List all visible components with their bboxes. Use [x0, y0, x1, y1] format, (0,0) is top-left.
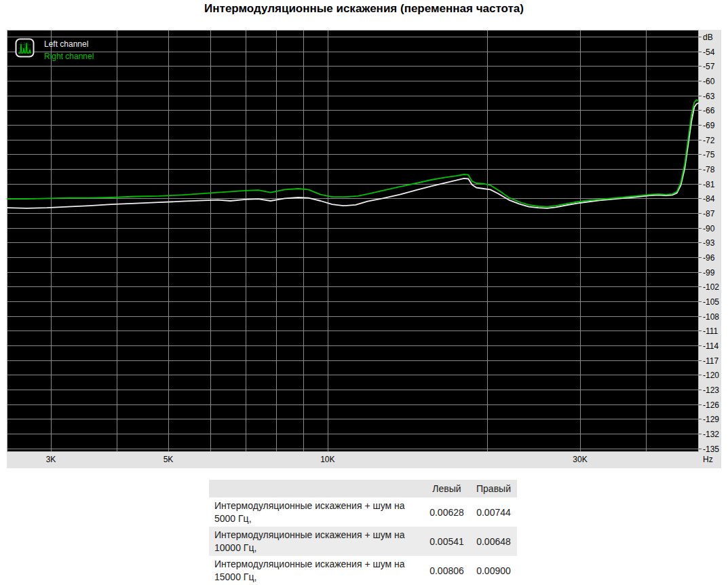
left-value: 0.00806	[423, 556, 470, 585]
svg-text:5K: 5K	[164, 455, 174, 464]
svg-text:Hz: Hz	[703, 455, 713, 464]
page-title: Интермодуляционные искажения (переменная…	[0, 2, 728, 16]
svg-text:-87: -87	[703, 209, 715, 219]
table-corner-cell	[209, 480, 423, 497]
svg-text:-111: -111	[703, 326, 719, 336]
table-row: Интермодуляционные искажения + шум на 50…	[209, 497, 517, 527]
row-label: Интермодуляционные искажения + шум на 50…	[209, 497, 423, 527]
svg-text:-93: -93	[703, 238, 715, 248]
svg-text:-84: -84	[703, 194, 715, 204]
svg-text:-63: -63	[703, 92, 715, 101]
svg-text:-102: -102	[703, 282, 719, 292]
legend-right-channel: Right channel	[44, 50, 94, 62]
svg-text:-114: -114	[703, 341, 719, 351]
right-value: 0.00648	[470, 527, 517, 556]
svg-text:10K: 10K	[320, 455, 334, 464]
svg-text:-129: -129	[703, 415, 719, 424]
left-value: 0.00628	[423, 497, 470, 527]
left-value: 0.00541	[423, 527, 470, 556]
svg-text:-96: -96	[703, 253, 715, 263]
svg-text:-105: -105	[703, 297, 719, 307]
svg-text:-78: -78	[703, 165, 715, 174]
results-table: Левый Правый Интермодуляционные искажени…	[209, 480, 517, 585]
table-row: Интермодуляционные искажения + шум на 15…	[209, 556, 517, 585]
chart-legend: Left channel Right channel	[15, 38, 94, 62]
svg-text:3K: 3K	[46, 455, 56, 464]
svg-text:-57: -57	[703, 62, 715, 71]
svg-text:-81: -81	[703, 180, 715, 189]
row-label: Интермодуляционные искажения + шум на 15…	[209, 556, 423, 585]
row-label: Интермодуляционные искажения + шум на 10…	[209, 527, 423, 556]
svg-text:-135: -135	[703, 445, 719, 454]
column-header-right: Правый	[470, 480, 517, 497]
svg-text:-117: -117	[703, 356, 719, 366]
svg-text:-123: -123	[703, 385, 719, 395]
spectrum-icon	[15, 38, 35, 58]
svg-text:-132: -132	[703, 430, 719, 439]
svg-text:-66: -66	[703, 106, 715, 115]
right-value: 0.00744	[470, 497, 517, 527]
imd-chart: dB-54-57-60-63-66-69-72-75-78-81-84-87-9…	[7, 30, 721, 468]
svg-text:-120: -120	[703, 371, 719, 380]
svg-text:-54: -54	[703, 48, 715, 57]
right-value: 0.00900	[470, 556, 517, 585]
column-header-left: Левый	[423, 480, 470, 497]
svg-text:-72: -72	[703, 136, 715, 145]
imd-chart-canvas: dB-54-57-60-63-66-69-72-75-78-81-84-87-9…	[7, 30, 721, 468]
table-header-row: Левый Правый	[209, 480, 517, 497]
legend-left-channel: Left channel	[44, 38, 94, 50]
svg-text:-126: -126	[703, 400, 719, 410]
svg-text:-69: -69	[703, 121, 715, 130]
svg-text:-60: -60	[703, 77, 715, 86]
svg-text:30K: 30K	[573, 455, 587, 464]
svg-text:dB: dB	[703, 33, 713, 42]
table-row: Интермодуляционные искажения + шум на 10…	[209, 527, 517, 556]
svg-text:-90: -90	[703, 224, 715, 233]
svg-text:-75: -75	[703, 150, 715, 159]
svg-text:-99: -99	[703, 268, 715, 278]
svg-text:-108: -108	[703, 312, 719, 322]
